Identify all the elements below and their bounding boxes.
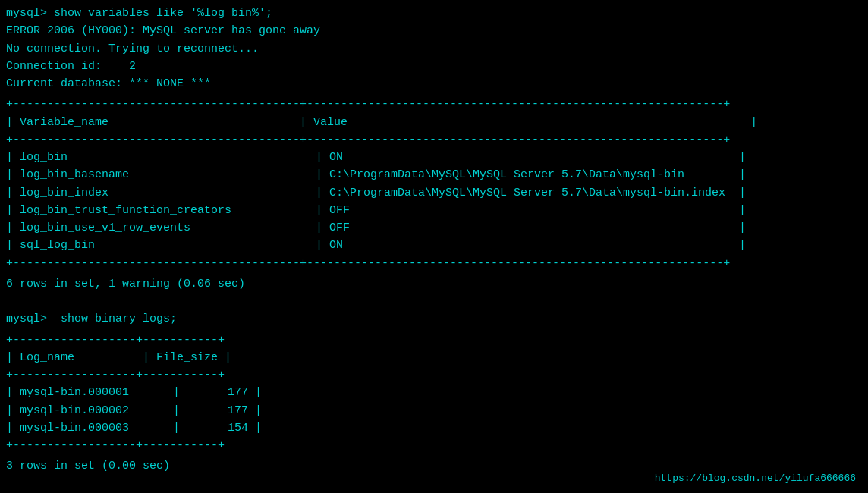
table2-border-top: +------------------+-----------+: [6, 331, 862, 349]
line-connid: Connection id: 2: [6, 58, 862, 75]
table1-row-3: | log_bin_trust_function_creators | OFF …: [6, 202, 862, 219]
table1-header-sep: +---------------------------------------…: [6, 131, 862, 149]
table1-col1-header: | Variable_name: [6, 114, 300, 131]
footer-url: https://blog.csdn.net/yilufa666666: [655, 473, 856, 484]
cmd2: mysql> show binary logs;: [6, 310, 862, 328]
table2-border-bot: +------------------+-----------+: [6, 437, 862, 454]
line-cmd1: mysql> show variables like '%log_bin%';: [6, 5, 862, 22]
table1-border-top: +---------------------------------------…: [6, 96, 862, 113]
table1-row-2: | log_bin_index | C:\ProgramData\MySQL\M…: [6, 184, 862, 202]
terminal: mysql> show variables like '%log_bin%'; …: [6, 5, 862, 488]
blank1: [6, 293, 862, 310]
table1-col2-header: | Value |: [300, 114, 757, 131]
table2: +------------------+-----------+ | Log_n…: [6, 331, 862, 455]
table2-header-sep: +------------------+-----------+: [6, 366, 862, 384]
table2-col2-header: | File_size |: [143, 349, 231, 366]
table2-row-2: | mysql-bin.000003 | 154 |: [6, 419, 862, 437]
table1-row-1: | log_bin_basename | C:\ProgramData\MySQ…: [6, 166, 862, 184]
table1-row-4: | log_bin_use_v1_row_events | OFF |: [6, 219, 862, 237]
line-database: Current database: *** NONE ***: [6, 75, 862, 93]
table1-row-0: | log_bin | ON |: [6, 149, 862, 166]
table2-row-1: | mysql-bin.000002 | 177 |: [6, 402, 862, 419]
line-error: ERROR 2006 (HY000): MySQL server has gon…: [6, 22, 862, 39]
table1: +---------------------------------------…: [6, 96, 862, 272]
table1-border-bot: +---------------------------------------…: [6, 255, 862, 272]
table1-header-row: | Variable_name | Value |: [6, 114, 862, 131]
table2-col1-header: | Log_name: [6, 349, 143, 366]
table1-row-5: | sql_log_bin | ON |: [6, 237, 862, 254]
line-reconnect: No connection. Trying to reconnect...: [6, 40, 862, 58]
result1: 6 rows in set, 1 warning (0.06 sec): [6, 275, 862, 293]
table2-row-0: | mysql-bin.000001 | 177 |: [6, 384, 862, 401]
table2-header-row: | Log_name | File_size |: [6, 349, 862, 366]
